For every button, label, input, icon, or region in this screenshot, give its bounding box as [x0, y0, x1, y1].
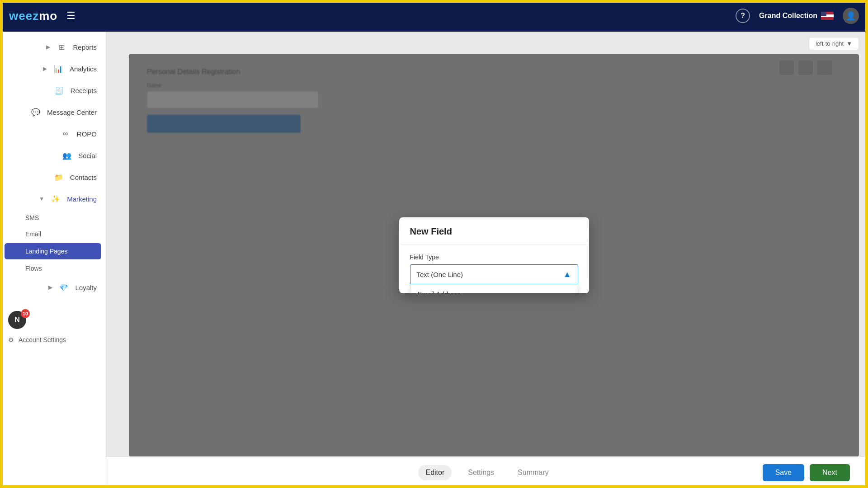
account-settings-item[interactable]: ⚙ Account Settings [5, 333, 101, 347]
modal-body: Field Type Text (One Line) ▲ Email Addre… [399, 244, 589, 293]
chevron-right-icon: ▶ [46, 44, 50, 50]
main-content: left-to-right ▼ Personal Details Registr… [106, 32, 868, 488]
content-area: left-to-right ▼ Personal Details Registr… [106, 32, 868, 456]
help-button[interactable]: ? [736, 9, 750, 23]
bottom-actions: Save Next [763, 464, 850, 481]
sidebar-item-ropo[interactable]: ▶ ∞ ROPO [0, 123, 106, 145]
user-avatar[interactable]: 👤 [843, 8, 859, 24]
direction-selector[interactable]: left-to-right ▼ [809, 37, 859, 50]
chevron-down-icon: ▼ [846, 40, 852, 47]
sidebar-item-social[interactable]: ▶ 👥 Social [0, 145, 106, 166]
sidebar-subitem-email[interactable]: Email [0, 226, 106, 242]
modal-header: New Field [399, 217, 589, 244]
analytics-icon: 📊 [53, 64, 63, 74]
chevron-up-icon: ▲ [563, 270, 571, 279]
new-field-modal: New Field Field Type Text (One Line) ▲ E [399, 217, 589, 293]
sidebar-subitem-landing-pages[interactable]: Landing Pages [5, 243, 101, 259]
save-button[interactable]: Save [763, 464, 804, 481]
settings-icon: ⚙ [8, 336, 14, 343]
select-display[interactable]: Text (One Line) ▲ [410, 264, 578, 284]
brand-name: Grand Collection [759, 12, 834, 20]
marketing-icon: ✨ [51, 194, 61, 204]
sidebar-item-loyalty[interactable]: ▶ 💎 Loyalty [0, 277, 106, 298]
next-button[interactable]: Next [810, 464, 850, 481]
main-layout: ▶ ⊞ Reports ▶ 📊 Analytics ▶ 🧾 Receipts ▶… [0, 32, 868, 488]
dropdown-item-email-address[interactable]: Email Address [410, 284, 578, 293]
message-center-icon: 💬 [31, 107, 41, 117]
modal-overlay: New Field Field Type Text (One Line) ▲ E [129, 54, 859, 456]
field-type-dropdown: Email Address Number Date Dropdown Check… [410, 284, 578, 293]
sidebar-subitem-flows[interactable]: Flows [0, 260, 106, 277]
sidebar-item-contacts[interactable]: ▶ 📁 Contacts [0, 166, 106, 188]
sidebar-item-message-center[interactable]: ▶ 💬 Message Center [0, 101, 106, 123]
modal-title: New Field [410, 226, 578, 237]
top-navigation: weezmo ☰ ? Grand Collection 👤 [0, 0, 868, 32]
ropo-icon: ∞ [61, 129, 71, 139]
top-nav-right: ? Grand Collection 👤 [736, 8, 859, 24]
reports-icon: ⊞ [57, 42, 66, 52]
marketing-sub-menu: SMS Email Landing Pages Flows [0, 210, 106, 277]
flag-icon [821, 12, 834, 20]
field-type-select[interactable]: Text (One Line) ▲ Email Address Number D… [410, 264, 578, 284]
chevron-right-icon: ▶ [48, 284, 52, 291]
user-badge[interactable]: N 10 [5, 307, 101, 333]
sidebar-item-marketing[interactable]: ▼ ✨ Marketing [0, 188, 106, 210]
receipts-icon: 🧾 [54, 85, 64, 95]
sidebar-item-receipts[interactable]: ▶ 🧾 Receipts [0, 80, 106, 101]
sidebar-item-reports[interactable]: ▶ ⊞ Reports [0, 36, 106, 58]
contacts-icon: 📁 [54, 172, 64, 182]
field-type-label: Field Type [410, 253, 578, 261]
sidebar-item-analytics[interactable]: ▶ 📊 Analytics [0, 58, 106, 80]
tab-settings[interactable]: Settings [461, 465, 501, 480]
app-logo: weezmo [9, 9, 57, 23]
sidebar-subitem-sms[interactable]: SMS [0, 210, 106, 226]
menu-icon[interactable]: ☰ [66, 10, 75, 22]
tab-summary[interactable]: Summary [510, 465, 556, 480]
loyalty-icon: 💎 [59, 282, 69, 292]
sidebar: ▶ ⊞ Reports ▶ 📊 Analytics ▶ 🧾 Receipts ▶… [0, 32, 106, 488]
bottom-bar: Editor Settings Summary Save Next [106, 456, 868, 488]
social-icon: 👥 [62, 150, 72, 160]
selected-option-text: Text (One Line) [417, 271, 463, 278]
chevron-right-icon: ▶ [43, 66, 47, 72]
canvas-wrapper: Personal Details Registration Name New F… [129, 54, 859, 456]
tab-editor[interactable]: Editor [418, 465, 452, 480]
chevron-down-icon: ▼ [39, 196, 44, 202]
notification-badge: 10 [21, 309, 30, 318]
